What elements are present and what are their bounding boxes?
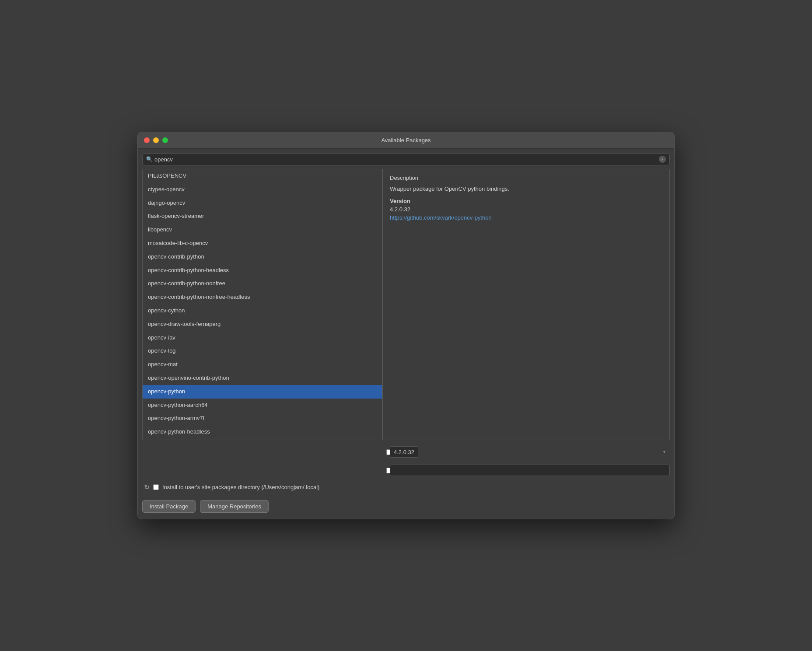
search-clear-button[interactable]: × [659, 156, 666, 163]
install-checkbox-row: ↻ Install to user's site packages direct… [142, 481, 670, 493]
list-item[interactable]: opencv-contrib-python-nonfree [143, 277, 382, 290]
description-panel: Description Wrapper package for OpenCV p… [383, 169, 669, 440]
list-item[interactable]: opencv-openvino-contrib-python [143, 371, 382, 385]
list-item[interactable]: opencv-cython [143, 304, 382, 318]
close-button[interactable] [144, 137, 150, 143]
bottom-section: Specify version 4.2.0.324.2.0.314.2.0.30… [142, 444, 670, 478]
options-row: Options [142, 463, 670, 478]
list-item[interactable]: dajngo-opencv [143, 196, 382, 210]
footer-buttons: Install Package Manage Repositories [142, 497, 670, 514]
list-item[interactable]: opencv-draw-tools-fernaperg [143, 318, 382, 331]
install-site-packages-checkbox[interactable] [153, 484, 159, 490]
list-item[interactable]: opencv-python [143, 385, 382, 399]
description-section-title: Description [390, 175, 662, 181]
list-item[interactable]: mosaicode-lib-c-opencv [143, 237, 382, 250]
search-icon: 🔍 [146, 156, 153, 162]
content-area: 🔍 × PILasOPENCVctypes-opencvdajngo-openc… [138, 149, 674, 519]
version-select-wrapper: 4.2.0.324.2.0.314.2.0.304.1.0.254.0.0.21 [390, 446, 670, 458]
specify-version-row: Specify version 4.2.0.324.2.0.314.2.0.30… [142, 444, 670, 460]
window-title: Available Packages [381, 137, 430, 144]
main-window: Available Packages 🔍 × PILasOPENCVctypes… [137, 132, 675, 519]
main-area: PILasOPENCVctypes-opencvdajngo-opencvfla… [142, 169, 670, 440]
titlebar: Available Packages [138, 132, 674, 149]
list-item[interactable]: flask-opencv-streamer [143, 210, 382, 223]
description-text: Wrapper package for OpenCV python bindin… [390, 185, 662, 193]
list-item[interactable]: opencv-log [143, 344, 382, 358]
list-item[interactable]: opencv-mat [143, 358, 382, 371]
options-input[interactable] [390, 465, 670, 476]
list-item[interactable]: opencv-python-headless [143, 425, 382, 439]
search-bar: 🔍 × [142, 153, 670, 165]
window-controls [144, 137, 168, 143]
list-item[interactable]: PILasOPENCV [143, 169, 382, 183]
list-item[interactable]: opencv-contrib-python-headless [143, 264, 382, 277]
package-list[interactable]: PILasOPENCVctypes-opencvdajngo-opencvfla… [143, 169, 382, 440]
list-item[interactable]: opencv-python-inference-engine [143, 439, 382, 440]
refresh-icon[interactable]: ↻ [144, 483, 150, 491]
description-url-link[interactable]: https://github.com/skvark/opencv-python [390, 214, 492, 221]
install-site-packages-label: Install to user's site packages director… [162, 484, 319, 490]
version-select[interactable]: 4.2.0.324.2.0.314.2.0.304.1.0.254.0.0.21 [390, 446, 418, 458]
list-item[interactable]: opencv-python-armv7l [143, 412, 382, 425]
search-input[interactable] [154, 156, 659, 163]
list-item[interactable]: opencv-contrib-python-nonfree-headless [143, 290, 382, 304]
list-item[interactable]: opencv-contrib-python [143, 250, 382, 264]
options-label-container: Options [142, 467, 386, 474]
description-version-number: 4.2.0.32 [390, 206, 662, 213]
maximize-button[interactable] [162, 137, 168, 143]
description-version-label: Version [390, 198, 662, 204]
manage-repositories-button[interactable]: Manage Repositories [200, 500, 269, 513]
list-item[interactable]: opencv-python-aarch64 [143, 399, 382, 412]
minimize-button[interactable] [153, 137, 159, 143]
list-item[interactable]: opencv-iav [143, 331, 382, 345]
list-item[interactable]: libopencv [143, 223, 382, 237]
install-package-button[interactable]: Install Package [142, 500, 196, 513]
specify-version-label-container: Specify version [142, 445, 386, 458]
list-item[interactable]: ctypes-opencv [143, 183, 382, 196]
